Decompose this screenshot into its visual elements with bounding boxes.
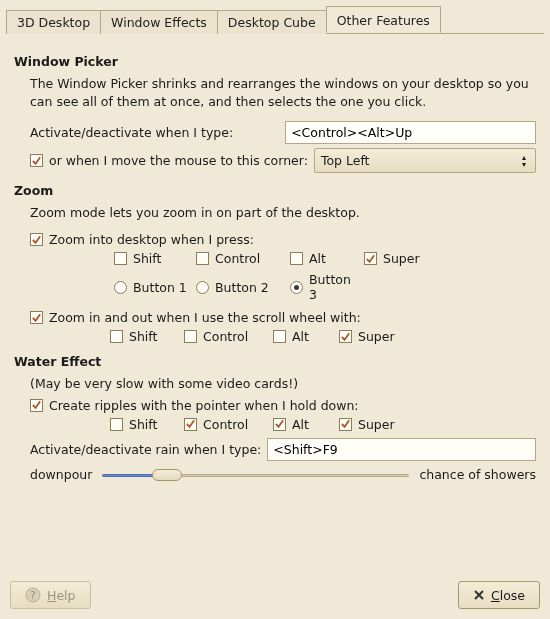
water-mod-alt[interactable] — [273, 418, 286, 431]
window-picker-shortcut-input[interactable] — [285, 121, 536, 144]
zoom-mod-control[interactable] — [196, 252, 209, 265]
zoom-button2-radio[interactable] — [196, 281, 209, 294]
close-icon — [473, 589, 485, 601]
combo-arrows-icon: ▴▾ — [519, 154, 529, 168]
zoom-scroll-mod-control[interactable] — [184, 330, 197, 343]
zoom-scroll-checkbox[interactable] — [30, 311, 43, 324]
zoom-scroll-label: Zoom in and out when I use the scroll wh… — [49, 310, 361, 325]
tab-window-effects[interactable]: Window Effects — [100, 10, 218, 34]
tab-other-features[interactable]: Other Features — [326, 6, 441, 33]
close-button[interactable]: Close — [458, 581, 540, 609]
slider-right-label: chance of showers — [419, 467, 536, 482]
tab-bar: 3D Desktop Window Effects Desktop Cube O… — [0, 0, 550, 33]
window-picker-activate-label: Activate/deactivate when I type: — [30, 125, 233, 140]
water-mod-control[interactable] — [184, 418, 197, 431]
tab-desktop-cube[interactable]: Desktop Cube — [217, 10, 327, 34]
section-title-zoom: Zoom — [14, 183, 536, 198]
tab-content: Window Picker The Window Picker shrinks … — [0, 34, 550, 575]
water-note: (May be very slow with some video cards!… — [30, 375, 536, 393]
water-ripples-label: Create ripples with the pointer when I h… — [49, 398, 359, 413]
zoom-mod-alt[interactable] — [290, 252, 303, 265]
window-picker-corner-label: or when I move the mouse to this corner: — [49, 153, 308, 168]
zoom-button1-radio[interactable] — [114, 281, 127, 294]
zoom-into-checkbox[interactable] — [30, 233, 43, 246]
zoom-scroll-mod-super[interactable] — [339, 330, 352, 343]
zoom-mod-super[interactable] — [364, 252, 377, 265]
help-icon: ? — [25, 587, 41, 603]
water-rain-label: Activate/deactivate rain when I type: — [30, 442, 261, 457]
water-mod-super[interactable] — [339, 418, 352, 431]
tab-3d-desktop[interactable]: 3D Desktop — [6, 10, 101, 34]
zoom-scroll-mod-alt[interactable] — [273, 330, 286, 343]
help-button[interactable]: ? Help — [10, 581, 91, 609]
zoom-description: Zoom mode lets you zoom in on part of th… — [30, 204, 536, 222]
zoom-scroll-mod-shift[interactable] — [110, 330, 123, 343]
close-button-label: Close — [491, 588, 525, 603]
water-slider[interactable] — [102, 467, 409, 483]
section-title-water: Water Effect — [14, 354, 536, 369]
water-rain-shortcut-input[interactable] — [267, 438, 536, 461]
window-picker-description: The Window Picker shrinks and rearranges… — [30, 75, 536, 111]
water-mod-shift[interactable] — [110, 418, 123, 431]
section-title-window-picker: Window Picker — [14, 54, 536, 69]
help-button-label: Help — [47, 588, 76, 603]
zoom-into-label: Zoom into desktop when I press: — [49, 232, 254, 247]
window-picker-corner-checkbox[interactable] — [30, 154, 43, 167]
zoom-button3-radio[interactable] — [290, 281, 303, 294]
svg-text:?: ? — [30, 590, 35, 601]
window-picker-corner-combo[interactable]: Top Left ▴▾ — [314, 148, 536, 173]
slider-left-label: downpour — [30, 467, 92, 482]
water-ripples-checkbox[interactable] — [30, 399, 43, 412]
zoom-mod-shift[interactable] — [114, 252, 127, 265]
